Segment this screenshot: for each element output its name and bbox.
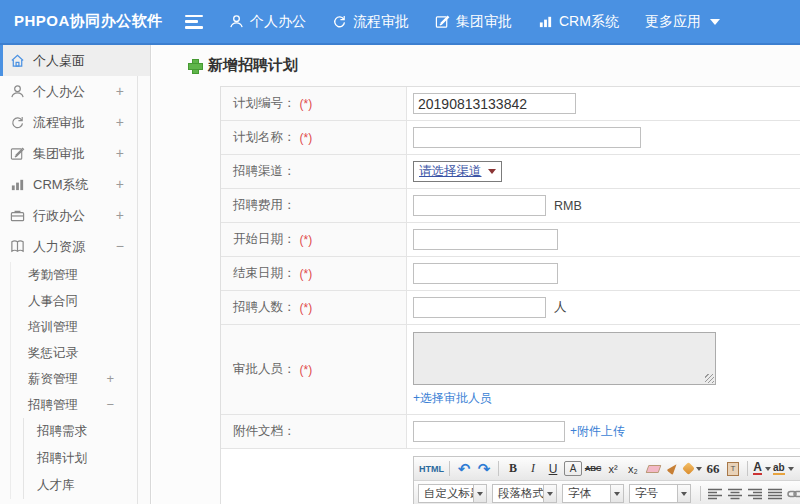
paste-text-button[interactable]: T: [724, 459, 742, 478]
font-family-combo[interactable]: 字体: [562, 484, 624, 503]
sidebar-item-label: 奖惩记录: [28, 346, 78, 360]
align-center-button[interactable]: [726, 484, 744, 503]
attachment-input[interactable]: [413, 421, 565, 442]
strikethrough-button[interactable]: ABC: [584, 459, 602, 478]
undo-button[interactable]: ↶: [455, 459, 473, 478]
channel-select[interactable]: 请选择渠道: [413, 161, 502, 182]
font-size-combo[interactable]: 字号: [629, 484, 691, 503]
sidebar-item-rewards[interactable]: 奖惩记录: [11, 340, 150, 366]
nav-group-approval[interactable]: 集团审批: [435, 13, 512, 31]
sidebar-item-label: 人事合同: [28, 294, 78, 308]
resize-handle[interactable]: [705, 374, 714, 383]
collapse-minus-icon[interactable]: −: [106, 392, 114, 418]
sidebar-item-workflow-approval[interactable]: 流程审批 +: [0, 107, 150, 138]
page-title: 新增招聘计划: [208, 56, 298, 75]
editor-toolbar-row2: 自定义标题 段落格式 字体: [414, 481, 800, 504]
nav-personal-office[interactable]: 个人办公: [229, 13, 306, 31]
combo-caret[interactable]: [473, 485, 486, 502]
field-value-cell: +附件上传: [407, 415, 800, 448]
field-label-cell: 审批人员： (*): [221, 325, 407, 414]
eraser-button[interactable]: [644, 459, 662, 478]
field-label: 附件文档：: [233, 423, 296, 440]
align-right-button[interactable]: [746, 484, 764, 503]
nav-crm-system[interactable]: CRM系统: [538, 13, 619, 31]
field-value-cell: [407, 87, 800, 120]
expand-plus-icon[interactable]: +: [116, 76, 124, 107]
sidebar-item-crm[interactable]: CRM系统 +: [0, 169, 150, 200]
sidebar-item-recruit-demand[interactable]: 招聘需求: [24, 418, 150, 445]
approvers-textarea[interactable]: [413, 332, 716, 385]
auto-typeset-button[interactable]: [684, 459, 702, 478]
sidebar-item-talent-pool[interactable]: 人才库: [24, 472, 150, 499]
subscript-button[interactable]: x₂: [624, 459, 642, 478]
sidebar-item-desktop[interactable]: 个人桌面: [0, 45, 150, 76]
fee-input[interactable]: [413, 195, 546, 216]
remove-format-button[interactable]: A: [564, 461, 582, 476]
attachment-upload-link[interactable]: +附件上传: [570, 423, 625, 440]
refresh-icon: [332, 14, 347, 29]
blockquote-button[interactable]: 66: [704, 459, 722, 478]
sidebar-item-group-approval[interactable]: 集团审批 +: [0, 138, 150, 169]
expand-plus-icon[interactable]: +: [116, 107, 124, 138]
combo-caret[interactable]: [543, 485, 556, 502]
menu-toggle-icon[interactable]: [185, 15, 203, 29]
redo-button[interactable]: ↷: [475, 459, 493, 478]
sidebar-item-personal-office[interactable]: 个人办公 +: [0, 76, 150, 107]
bar-chart-icon: [10, 177, 25, 192]
headcount-input[interactable]: [413, 297, 546, 318]
superscript-button[interactable]: x²: [604, 459, 622, 478]
sidebar-item-attendance[interactable]: 考勤管理: [11, 262, 150, 288]
expand-plus-icon[interactable]: +: [116, 138, 124, 169]
field-label: 审批人员：: [233, 361, 296, 378]
sidebar-item-hr-contract[interactable]: 人事合同: [11, 288, 150, 314]
user-icon: [10, 84, 25, 99]
bold-button[interactable]: B: [504, 459, 522, 478]
nav-more-apps[interactable]: 更多应用: [645, 13, 720, 31]
field-value-cell: [407, 121, 800, 154]
sidebar-item-label: 行政办公: [33, 207, 85, 225]
page-title-bar: 新增招聘计划: [188, 56, 298, 75]
sidebar-item-training[interactable]: 培训管理: [11, 314, 150, 340]
channel-select-value: 请选择渠道: [419, 163, 482, 180]
italic-button[interactable]: I: [524, 459, 542, 478]
clipped-toolbar-button[interactable]: [796, 459, 800, 478]
underline-button[interactable]: U: [544, 459, 562, 478]
choose-approvers-link[interactable]: +选择审批人员: [413, 390, 492, 407]
plan-name-input[interactable]: [413, 127, 641, 148]
nav-label: 更多应用: [645, 13, 701, 31]
start-date-input[interactable]: [413, 229, 558, 250]
combo-value: 段落格式: [493, 486, 543, 501]
sidebar-item-admin-office[interactable]: 行政办公 +: [0, 200, 150, 231]
align-justify-button[interactable]: [766, 484, 784, 503]
sidebar-item-recruit-plan[interactable]: 招聘计划: [24, 445, 150, 472]
expand-plus-icon[interactable]: +: [106, 366, 114, 392]
combo-caret[interactable]: [677, 485, 690, 502]
link-button[interactable]: [786, 484, 800, 503]
chevron-down-icon: [614, 492, 620, 496]
align-left-button[interactable]: [706, 484, 724, 503]
html-source-button[interactable]: HTML: [419, 459, 444, 478]
end-date-input[interactable]: [413, 263, 558, 284]
sidebar-item-hr[interactable]: 人力资源 −: [0, 231, 150, 262]
plan-number-input[interactable]: [413, 93, 576, 114]
expand-plus-icon[interactable]: +: [116, 200, 124, 231]
link-icon: [787, 489, 800, 499]
custom-heading-combo[interactable]: 自定义标题: [418, 484, 487, 503]
collapse-minus-icon[interactable]: −: [116, 231, 124, 262]
font-color-button[interactable]: A: [753, 459, 771, 478]
sidebar-item-salary[interactable]: 薪资管理 +: [11, 366, 150, 392]
sidebar-item-recruit-mgmt[interactable]: 招聘管理 −: [11, 392, 150, 418]
required-marker: (*): [300, 301, 313, 315]
expand-plus-icon[interactable]: +: [116, 169, 124, 200]
nav-label: 个人办公: [250, 13, 306, 31]
align-right-icon: [748, 488, 762, 500]
editor-toolbar-row1: HTML ↶ ↷ B I U A ABC x² x₂: [414, 457, 800, 481]
edit-icon: [10, 146, 25, 161]
format-brush-button[interactable]: [664, 459, 682, 478]
paragraph-format-combo[interactable]: 段落格式: [492, 484, 557, 503]
combo-caret[interactable]: [610, 485, 623, 502]
field-value-cell: [407, 223, 800, 256]
field-label-cell: 招聘费用：: [221, 189, 407, 222]
nav-workflow-approval[interactable]: 流程审批: [332, 13, 409, 31]
highlight-color-button[interactable]: ab: [773, 459, 794, 478]
